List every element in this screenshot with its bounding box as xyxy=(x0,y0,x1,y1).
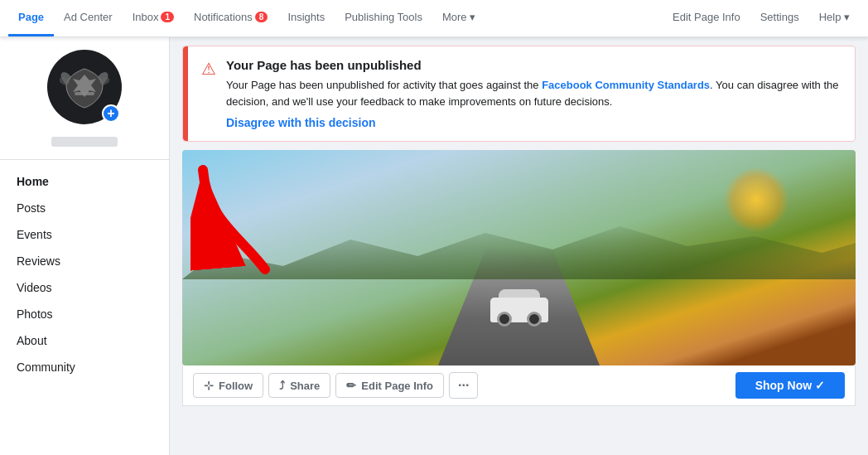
main-content: ⚠ Your Page has been unpublished Your Pa… xyxy=(170,37,868,455)
action-bar: ⊹ Follow ⤴ Share ✏ Edit Page Info ··· Sh… xyxy=(182,365,856,406)
nav-left: Page Ad Center Inbox 1 Notifications 8 I… xyxy=(8,0,485,36)
alert-content: Your Page has been unpublished Your Page… xyxy=(226,58,841,129)
sidebar-item-home[interactable]: Home xyxy=(0,168,169,195)
profile-section: + xyxy=(0,50,169,160)
disagree-link[interactable]: Disagree with this decision xyxy=(226,116,376,129)
nav-tab-more[interactable]: More ▾ xyxy=(432,0,485,36)
edit-icon: ✏ xyxy=(346,379,356,392)
alert-left-bar xyxy=(183,46,188,141)
notifications-badge: 8 xyxy=(255,12,268,22)
add-photo-button[interactable]: + xyxy=(102,104,120,123)
unpublished-alert: ⚠ Your Page has been unpublished Your Pa… xyxy=(182,46,856,142)
nav-tab-settings[interactable]: Settings xyxy=(750,0,809,36)
alert-title: Your Page has been unpublished xyxy=(226,58,841,72)
svg-rect-0 xyxy=(75,92,94,95)
nav-tab-publishing-tools[interactable]: Publishing Tools xyxy=(335,0,432,36)
sidebar-item-posts[interactable]: Posts xyxy=(0,195,169,221)
alert-body: Your Page has been unpublished for activ… xyxy=(226,77,841,109)
nav-tab-help[interactable]: Help ▾ xyxy=(809,0,860,36)
car-wheel-right xyxy=(527,312,542,327)
sidebar-nav: Home Posts Events Reviews Videos Photos … xyxy=(0,160,169,389)
follow-button[interactable]: ⊹ Follow xyxy=(193,373,263,398)
page-layout: + Home Posts Events Reviews Videos Photo… xyxy=(0,37,868,455)
sidebar-item-photos[interactable]: Photos xyxy=(0,301,169,327)
nav-tab-notifications[interactable]: Notifications 8 xyxy=(184,0,277,36)
dots-icon: ··· xyxy=(458,378,469,393)
sidebar-item-videos[interactable]: Videos xyxy=(0,274,169,301)
nav-right: Edit Page Info Settings Help ▾ xyxy=(663,0,860,36)
edit-page-info-button[interactable]: ✏ Edit Page Info xyxy=(335,373,444,398)
sidebar-item-about[interactable]: About xyxy=(0,327,169,354)
cover-photo xyxy=(182,150,856,365)
nav-tab-insights[interactable]: Insights xyxy=(277,0,335,36)
sidebar: + Home Posts Events Reviews Videos Photo… xyxy=(0,37,170,455)
shop-now-button[interactable]: Shop Now ✓ xyxy=(735,372,845,399)
more-options-button[interactable]: ··· xyxy=(449,372,478,399)
share-icon: ⤴ xyxy=(279,379,285,392)
nav-tab-ad-center[interactable]: Ad Center xyxy=(54,0,123,36)
top-navigation: Page Ad Center Inbox 1 Notifications 8 I… xyxy=(0,0,868,37)
car-body xyxy=(490,298,548,322)
nav-tab-edit-page-info[interactable]: Edit Page Info xyxy=(663,0,750,36)
sidebar-item-reviews[interactable]: Reviews xyxy=(0,248,169,274)
sun-glow xyxy=(723,167,789,233)
community-standards-link[interactable]: Facebook Community Standards xyxy=(542,79,710,91)
avatar-wrapper: + xyxy=(47,50,122,124)
car-silhouette xyxy=(482,281,557,322)
follow-icon: ⊹ xyxy=(204,379,214,392)
inbox-badge: 1 xyxy=(161,12,174,22)
nav-tab-inbox[interactable]: Inbox 1 xyxy=(123,0,184,36)
page-name-blurred xyxy=(51,137,118,147)
car-wheel-left xyxy=(497,312,512,327)
sidebar-item-events[interactable]: Events xyxy=(0,221,169,248)
share-button[interactable]: ⤴ Share xyxy=(268,373,330,398)
sidebar-item-community[interactable]: Community xyxy=(0,354,169,380)
warning-icon: ⚠ xyxy=(201,59,216,79)
nav-tab-page[interactable]: Page xyxy=(8,0,54,36)
page-logo-icon xyxy=(60,62,109,112)
